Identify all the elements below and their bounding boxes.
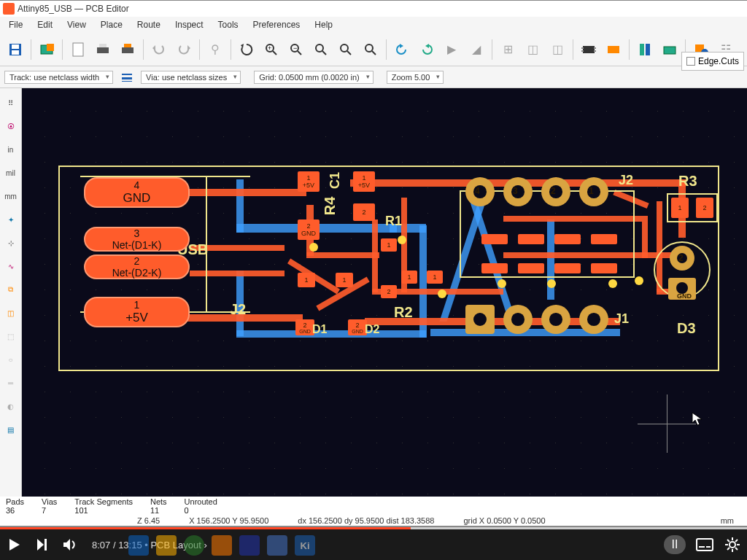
header-bot-pad[interactable] — [579, 305, 608, 334]
contrast-icon[interactable]: ◐ — [2, 397, 20, 415]
menu-help[interactable]: Help — [310, 18, 337, 31]
rotate-cw-icon[interactable] — [416, 39, 438, 61]
fill-zones-icon[interactable]: ◫ — [522, 39, 543, 61]
page-settings-icon[interactable] — [67, 39, 89, 61]
app-icon[interactable] — [267, 535, 287, 556]
pcb-canvas[interactable]: USB J2 4 GND 3 Net-(D1-K) 2 Net-(D2-K) 1… — [22, 88, 747, 497]
show-ratsnest-icon[interactable]: ⊞ — [497, 39, 519, 61]
captions-icon[interactable] — [696, 536, 713, 553]
via[interactable] — [608, 279, 617, 288]
header-top-pad[interactable] — [503, 177, 533, 206]
3d-viewer-icon[interactable] — [659, 39, 681, 61]
via[interactable] — [547, 279, 556, 288]
pad-d2-2[interactable]: 2GND — [348, 319, 367, 335]
play-icon[interactable] — [6, 536, 23, 553]
header-top-pad[interactable] — [579, 177, 608, 206]
via[interactable] — [309, 243, 318, 252]
ic-pad[interactable] — [518, 234, 544, 244]
zoom-obj-icon[interactable] — [335, 39, 357, 61]
word-icon[interactable] — [239, 535, 260, 556]
ic-pad[interactable] — [554, 234, 581, 244]
menu-view[interactable]: View — [63, 18, 90, 31]
usb-pad-2[interactable]: 2 Net-(D2-K) — [84, 254, 190, 279]
track-outline-icon[interactable]: ═ — [2, 374, 20, 392]
menu-tools[interactable]: Tools — [214, 18, 243, 31]
header-bot-pad[interactable] — [503, 305, 533, 334]
layers-manager-icon[interactable]: ▤ — [2, 421, 20, 438]
smd-pad[interactable]: 2 — [381, 285, 397, 298]
usb-pad-1[interactable]: 1 +5V — [84, 297, 190, 327]
refresh-icon[interactable] — [236, 39, 258, 61]
ic-pad[interactable] — [518, 263, 544, 273]
via-size-dropdown[interactable]: Via: use netclass sizes — [141, 71, 241, 84]
header-top-pad[interactable] — [465, 177, 495, 206]
board-setup-icon[interactable] — [36, 39, 58, 61]
save-icon[interactable] — [4, 39, 26, 61]
header-bot-pad[interactable] — [541, 305, 570, 334]
mirror-h-icon[interactable]: ▶ — [441, 39, 462, 61]
d3-pad-2[interactable] — [670, 246, 694, 271]
ratsnest-lines-icon[interactable]: ⊹ — [2, 234, 20, 252]
pad-r4-1[interactable]: 1+5V — [353, 171, 375, 192]
plot-icon[interactable] — [117, 39, 139, 61]
smd-pad[interactable]: 1 — [427, 271, 443, 284]
volume-icon[interactable] — [61, 536, 79, 553]
smd-pad[interactable]: 1 — [381, 238, 397, 252]
unit-mil[interactable]: mil — [2, 164, 20, 182]
drc-icon[interactable] — [634, 39, 656, 61]
usb-pad-3[interactable]: 3 Net-(D1-K) — [84, 227, 190, 252]
unit-mm[interactable]: mm — [2, 187, 20, 205]
menu-inspect[interactable]: Inspect — [171, 18, 208, 31]
pad-outline-icon[interactable]: ⬚ — [2, 327, 20, 345]
cursor-shape-icon[interactable]: ✦ — [2, 211, 20, 228]
track-width-dropdown[interactable]: Track: use netclass width — [4, 71, 113, 84]
ratsnest-curved-icon[interactable]: ∿ — [2, 257, 20, 275]
pad-c1-2[interactable]: 2GND — [298, 219, 320, 240]
header-top-pad[interactable] — [541, 177, 570, 206]
zoom-in-icon[interactable]: + — [260, 39, 282, 61]
grid-dropdown[interactable]: Grid: 0.0500 mm (0.0020 in) — [254, 71, 374, 84]
ic-pad[interactable] — [591, 263, 617, 273]
pad-r4-2[interactable]: 2 — [353, 203, 375, 221]
smd-pad[interactable]: 1 — [336, 273, 353, 287]
ic-pad[interactable] — [591, 234, 617, 244]
vlc-icon[interactable] — [212, 535, 232, 556]
smd-pad[interactable]: 1 — [298, 273, 315, 287]
pad-d1-2[interactable]: 2GND — [295, 319, 314, 335]
settings-gear-icon[interactable] — [724, 536, 741, 553]
kicad-icon[interactable]: Ki — [295, 535, 315, 556]
menu-route[interactable]: Route — [133, 18, 165, 31]
zoom-out-icon[interactable]: − — [285, 39, 307, 61]
grid-dots-icon[interactable]: ⠿ — [2, 94, 20, 112]
zoom-dropdown[interactable]: Zoom 5.00 — [387, 71, 444, 84]
zoom-fit-icon[interactable] — [310, 39, 332, 61]
ic-pad[interactable] — [481, 234, 508, 244]
menu-place[interactable]: Place — [96, 18, 127, 31]
zoom-sel-icon[interactable] — [360, 39, 382, 61]
next-icon[interactable] — [34, 536, 51, 553]
unit-in[interactable]: in — [2, 141, 20, 158]
menu-file[interactable]: File — [4, 18, 27, 31]
pause-pill-icon[interactable]: II — [664, 535, 686, 554]
layer-selector[interactable]: Edge.Cuts — [681, 52, 744, 71]
layer-checkbox[interactable] — [686, 57, 695, 66]
find-icon[interactable]: ⚲ — [204, 39, 226, 61]
via[interactable] — [438, 289, 446, 298]
via[interactable] — [498, 279, 506, 288]
pad-c1-1[interactable]: 1+5V — [298, 171, 320, 192]
via[interactable] — [398, 236, 406, 244]
undo-icon[interactable] — [148, 39, 170, 61]
edge-icon[interactable] — [128, 535, 149, 556]
zone-display-icon[interactable]: ⧉ — [2, 281, 20, 298]
menu-edit[interactable]: Edit — [33, 18, 57, 31]
files-icon[interactable] — [156, 535, 177, 556]
via-outline-icon[interactable]: ○ — [2, 351, 20, 368]
smd-pad[interactable]: 1 — [401, 271, 417, 284]
chrome-icon[interactable] — [184, 535, 204, 556]
ic-pad[interactable] — [554, 263, 581, 273]
via[interactable] — [635, 276, 643, 285]
rotate-ccw-icon[interactable] — [391, 39, 413, 61]
update-pcb-icon[interactable] — [603, 39, 624, 61]
polar-icon[interactable]: ⦿ — [2, 117, 20, 135]
usb-pad-4[interactable]: 4 GND — [84, 177, 190, 208]
